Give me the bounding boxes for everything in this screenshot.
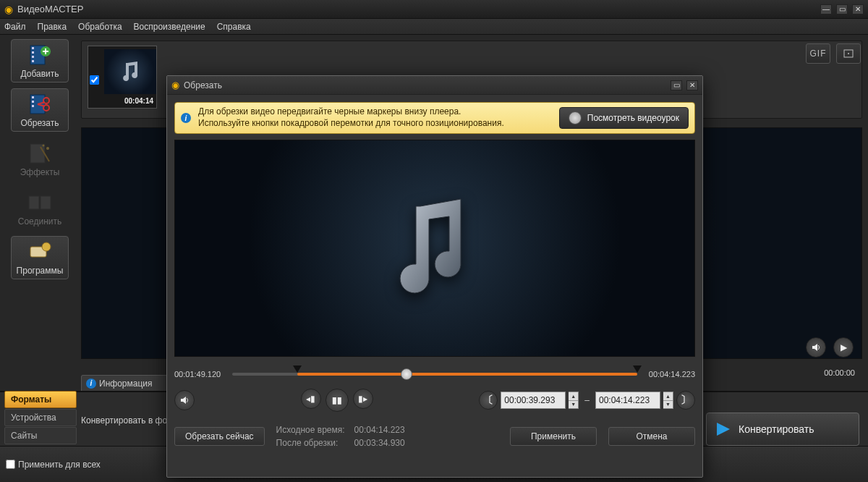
trim-modal: ◉ Обрезать ▭ ✕ i Для обрезки видео перед… bbox=[166, 75, 703, 478]
close-button[interactable]: ✕ bbox=[852, 4, 864, 14]
app-logo-icon: ◉ bbox=[4, 4, 13, 15]
timeline[interactable] bbox=[232, 367, 637, 381]
pause-button[interactable]: ▮▮ bbox=[326, 389, 349, 412]
modal-logo-icon: ◉ bbox=[171, 80, 179, 90]
menu-bar: Файл Правка Обработка Воспроизведение Сп… bbox=[0, 19, 868, 35]
range-start-spinner[interactable]: ▲▼ bbox=[569, 392, 579, 409]
hint-text: Для обрезки видео передвигайте черные ма… bbox=[198, 106, 552, 129]
app-title: ВидеоМАСТЕР bbox=[17, 4, 83, 14]
watch-tutorial-button[interactable]: Посмотреть видеоурок bbox=[559, 107, 689, 129]
player-controls-row: ◂▮ ▮▮ ▮▸ 〔 00:00:39.293 ▲▼ – 00:04:14.22… bbox=[174, 389, 695, 412]
timeline-selected-range bbox=[297, 373, 637, 376]
modal-volume-button[interactable] bbox=[174, 390, 195, 410]
app-titlebar: ◉ ВидеоМАСТЕР — ▭ ✕ bbox=[0, 0, 868, 19]
music-note-icon bbox=[391, 193, 478, 304]
cancel-button[interactable]: Отмена bbox=[608, 427, 695, 446]
timeline-end-marker[interactable] bbox=[633, 365, 642, 373]
menu-help[interactable]: Справка bbox=[217, 22, 251, 32]
modal-overlay: ◉ Обрезать ▭ ✕ i Для обрезки видео перед… bbox=[0, 35, 868, 482]
frame-forward-button[interactable]: ▮▸ bbox=[353, 389, 373, 409]
hint-bar: i Для обрезки видео передвигайте черные … bbox=[174, 102, 695, 134]
set-start-button[interactable]: 〔 bbox=[479, 391, 498, 410]
menu-process[interactable]: Обработка bbox=[78, 22, 122, 32]
modal-titlebar: ◉ Обрезать ▭ ✕ bbox=[167, 76, 702, 95]
timeline-total-time: 00:04:14.223 bbox=[643, 370, 695, 379]
trim-now-button[interactable]: Обрезать сейчас bbox=[174, 427, 265, 446]
timeline-current-time: 00:01:49.120 bbox=[174, 370, 226, 379]
range-dash: – bbox=[584, 395, 590, 405]
set-end-button[interactable]: 〕 bbox=[676, 391, 695, 410]
apply-button[interactable]: Применить bbox=[510, 427, 597, 446]
menu-playback[interactable]: Воспроизведение bbox=[134, 22, 205, 32]
modal-footer: Обрезать сейчас Исходное время:00:04:14.… bbox=[174, 423, 695, 449]
range-end-spinner[interactable]: ▲▼ bbox=[663, 392, 673, 409]
webcam-icon bbox=[569, 111, 582, 124]
volume-icon bbox=[179, 395, 190, 405]
menu-file[interactable]: Файл bbox=[4, 22, 26, 32]
timeline-start-marker[interactable] bbox=[293, 365, 302, 373]
frame-back-button[interactable]: ◂▮ bbox=[301, 389, 321, 409]
minimize-button[interactable]: — bbox=[820, 4, 832, 14]
range-end-input[interactable]: 00:04:14.223 bbox=[595, 392, 660, 409]
timeline-row: 00:01:49.120 00:04:14.223 bbox=[174, 367, 695, 381]
modal-title: Обрезать bbox=[184, 80, 222, 90]
range-start-input[interactable]: 00:00:39.293 bbox=[501, 392, 566, 409]
modal-preview bbox=[174, 140, 695, 357]
modal-close-button[interactable]: ✕ bbox=[686, 80, 698, 90]
timeline-playhead[interactable] bbox=[401, 368, 412, 380]
modal-minimize-button[interactable]: ▭ bbox=[671, 80, 682, 90]
trim-meta: Исходное время:00:04:14.223 После обрезк… bbox=[276, 423, 405, 449]
maximize-button[interactable]: ▭ bbox=[836, 4, 848, 14]
hint-info-icon: i bbox=[181, 113, 191, 123]
menu-edit[interactable]: Правка bbox=[38, 22, 67, 32]
